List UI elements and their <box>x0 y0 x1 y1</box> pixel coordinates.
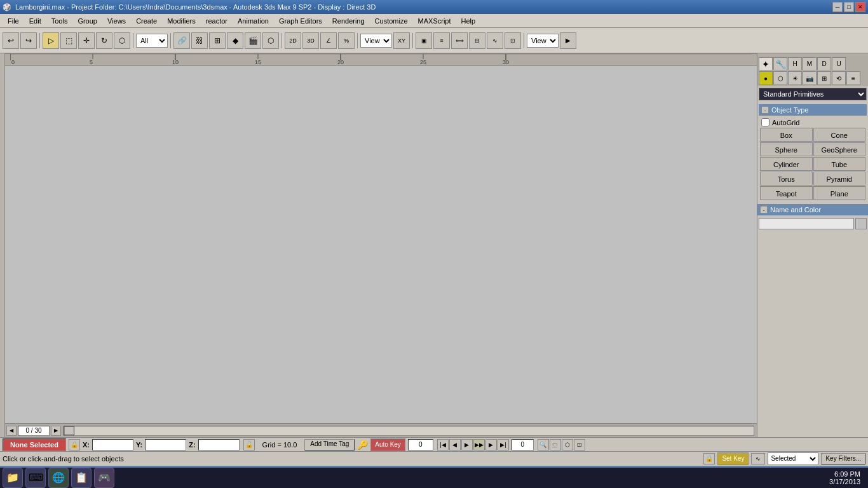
z-coord-input[interactable]: 0.0 <box>198 439 240 451</box>
lock-icon[interactable]: 🔒 <box>69 439 80 451</box>
pan-btn[interactable]: ⬡ <box>562 439 573 451</box>
zoom-extents-btn[interactable]: ⊡ <box>574 439 585 451</box>
panel-lights-btn[interactable]: ☀ <box>788 71 802 85</box>
panel-geometry-btn[interactable]: ● <box>759 71 773 85</box>
view-mode-btn[interactable]: XY <box>393 32 410 49</box>
next-frame-btn[interactable]: ▶ <box>485 439 497 451</box>
tab-create[interactable]: ✦ <box>759 57 773 70</box>
tab-utilities[interactable]: U <box>832 57 846 70</box>
menu-reactor[interactable]: reactor <box>201 16 233 26</box>
object-name-input[interactable] <box>759 218 854 229</box>
select-region-tool[interactable]: ⬚ <box>60 32 77 49</box>
frame-slider-thumb[interactable] <box>64 426 74 435</box>
panel-spacewarps-btn[interactable]: ⟲ <box>832 71 846 85</box>
tab-display[interactable]: D <box>817 57 831 70</box>
menu-group[interactable]: Group <box>72 16 102 26</box>
maximize-button[interactable]: □ <box>844 2 854 12</box>
taskbar-icon-browser[interactable]: 🌐 <box>48 468 69 488</box>
menu-animation[interactable]: Animation <box>233 16 274 26</box>
angle-snap[interactable]: ∠ <box>320 32 337 49</box>
close-button[interactable]: ✕ <box>855 2 865 12</box>
material-tool[interactable]: ◆ <box>227 32 243 49</box>
menu-maxscript[interactable]: MAXScript <box>413 16 456 26</box>
auto-key-button[interactable]: Auto Key <box>370 438 405 451</box>
render2-tool[interactable]: ⬡ <box>262 32 279 49</box>
menu-help[interactable]: Help <box>456 16 481 26</box>
menu-edit[interactable]: Edit <box>24 16 46 26</box>
frame-number-input[interactable] <box>408 439 433 451</box>
geosphere-btn[interactable]: GeoSphere <box>813 142 866 156</box>
cone-btn[interactable]: Cone <box>813 128 866 142</box>
teapot-btn[interactable]: Teapot <box>760 186 813 200</box>
minimize-button[interactable]: ─ <box>832 2 843 12</box>
menu-create[interactable]: Create <box>131 16 162 26</box>
quick-render[interactable]: ▶ <box>560 32 576 49</box>
redo-button[interactable]: ↪ <box>20 32 37 49</box>
tube-btn[interactable]: Tube <box>813 157 866 171</box>
tab-modify[interactable]: 🔧 <box>773 57 787 70</box>
move-tool[interactable]: ✛ <box>78 32 95 49</box>
align-btn[interactable]: ⊟ <box>469 32 485 49</box>
undo-button[interactable]: ↩ <box>3 32 19 49</box>
sphere-btn[interactable]: Sphere <box>760 142 813 156</box>
standard-primitives-dropdown[interactable]: Standard Primitives <box>759 88 867 100</box>
menu-rendering[interactable]: Rendering <box>327 16 370 26</box>
percent-snap[interactable]: % <box>338 32 355 49</box>
menu-tools[interactable]: Tools <box>46 16 73 26</box>
scale-tool[interactable]: ⬡ <box>114 32 130 49</box>
zoom-in-btn[interactable]: 🔍 <box>538 439 549 451</box>
frame-slider[interactable] <box>64 426 754 436</box>
name-color-collapse[interactable]: - <box>760 206 768 214</box>
autogrid-checkbox[interactable] <box>761 118 770 126</box>
unlink-tool[interactable]: ⛓ <box>191 32 208 49</box>
menu-graph-editors[interactable]: Graph Editors <box>274 16 327 26</box>
coord-lock-btn[interactable]: 🔓 <box>243 439 255 451</box>
menu-views[interactable]: Views <box>102 16 131 26</box>
end-frame-input[interactable] <box>512 439 534 451</box>
panel-systems-btn[interactable]: ≡ <box>846 71 860 85</box>
named-select[interactable]: ▣ <box>416 32 432 49</box>
play-fwd-btn[interactable]: ▶▶ <box>473 439 485 451</box>
cylinder-btn[interactable]: Cylinder <box>760 157 813 171</box>
y-coord-input[interactable]: 111.141 <box>145 439 186 451</box>
add-time-tag-btn[interactable]: Add Time Tag <box>304 439 355 451</box>
mirror-btn[interactable]: ⟺ <box>451 32 468 49</box>
bind-tool[interactable]: ⊞ <box>209 32 226 49</box>
panel-cameras-btn[interactable]: 📷 <box>803 71 817 85</box>
object-color-swatch[interactable] <box>855 218 867 229</box>
torus-btn[interactable]: Torus <box>760 172 813 186</box>
object-type-collapse[interactable]: - <box>761 106 769 114</box>
taskbar-icon-folder[interactable]: 📁 <box>3 468 23 488</box>
view-dropdown[interactable]: View <box>360 34 392 48</box>
menu-customize[interactable]: Customize <box>370 16 413 26</box>
prompt-lock-btn[interactable]: 🔒 <box>703 453 715 464</box>
tab-hierarchy[interactable]: H <box>788 57 802 70</box>
render-tool[interactable]: 🎬 <box>245 32 261 49</box>
box-btn[interactable]: Box <box>760 128 813 142</box>
select-tool[interactable]: ▷ <box>43 32 59 49</box>
snap-2d[interactable]: 2D <box>285 32 301 49</box>
play-start-btn[interactable]: |◀ <box>437 439 449 451</box>
menu-file[interactable]: File <box>3 16 24 26</box>
selected-dropdown[interactable]: Selected <box>768 452 818 465</box>
layer-btn[interactable]: ≡ <box>433 32 450 49</box>
rotate-tool[interactable]: ↻ <box>96 32 112 49</box>
set-key-button[interactable]: Set Key <box>717 452 749 465</box>
pyramid-btn[interactable]: Pyramid <box>813 172 866 186</box>
menu-modifiers[interactable]: Modifiers <box>162 16 201 26</box>
frame-counter[interactable] <box>18 426 50 436</box>
zoom-out-btn[interactable]: ⬚ <box>550 439 561 451</box>
prev-frame-btn[interactable]: ◀ <box>449 439 461 451</box>
key-curve-btn[interactable]: ∿ <box>751 453 765 464</box>
tab-motion[interactable]: M <box>803 57 817 70</box>
snap-3d[interactable]: 3D <box>302 32 319 49</box>
play-end-btn[interactable]: ▶| <box>498 439 509 451</box>
render-dropdown[interactable]: View <box>527 34 559 48</box>
play-back-btn[interactable]: ▶ <box>461 439 473 451</box>
plane-btn[interactable]: Plane <box>813 186 866 200</box>
curve-editor-btn[interactable]: ∿ <box>487 32 503 49</box>
key-filters-button[interactable]: Key Filters... <box>821 453 865 464</box>
x-coord-input[interactable]: 33.804 <box>92 439 133 451</box>
timeline-next-btn[interactable]: ▶ <box>51 426 61 436</box>
filter-dropdown[interactable]: All <box>136 34 168 48</box>
